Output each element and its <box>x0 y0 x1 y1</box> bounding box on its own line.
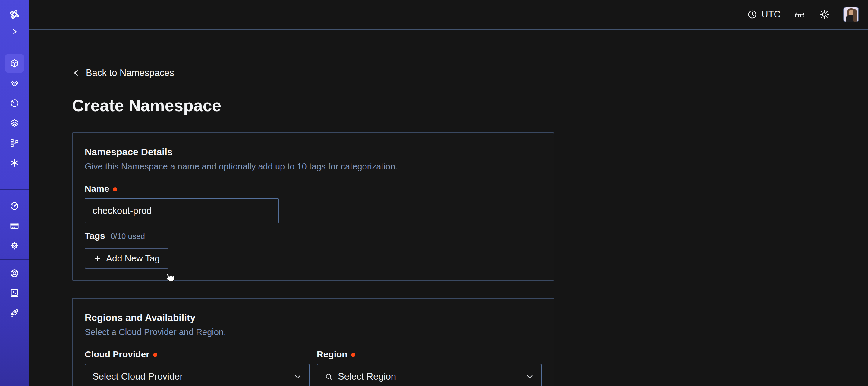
name-label: Name <box>85 184 110 194</box>
tags-label-row: Tags 0/10 used <box>85 231 541 241</box>
page-title: Create Namespace <box>72 96 868 115</box>
sun-icon <box>819 9 830 20</box>
regions-availability-card: Regions and Availability Select a Cloud … <box>72 298 554 386</box>
credit-card-icon <box>10 221 19 231</box>
sidebar-expand-button[interactable] <box>10 28 19 36</box>
sidebar-divider <box>0 189 29 190</box>
sidebar-item-nexus[interactable] <box>5 113 24 133</box>
lifebuoy-icon <box>10 268 19 278</box>
cloud-provider-select[interactable]: Select Cloud Provider <box>85 364 310 386</box>
cloud-provider-label: Cloud Provider <box>85 349 150 359</box>
sidebar-item-getting-started[interactable] <box>5 303 24 323</box>
sidebar-item-observability[interactable] <box>5 73 24 93</box>
add-new-tag-button[interactable]: Add New Tag <box>85 248 168 269</box>
theme-toggle-button[interactable] <box>818 9 830 20</box>
reader-glasses-icon <box>794 9 805 20</box>
reader-mode-button[interactable] <box>794 9 805 20</box>
card-title: Regions and Availability <box>85 312 541 323</box>
history-clock-icon <box>10 98 19 108</box>
user-avatar[interactable] <box>843 7 859 22</box>
cloud-provider-placeholder: Select Cloud Provider <box>93 371 289 382</box>
avatar-hair-front <box>853 9 857 22</box>
layers-icon <box>10 118 19 128</box>
sidebar-item-billing[interactable] <box>5 216 24 236</box>
cube-icon <box>10 59 19 68</box>
sidebar-nav-help <box>5 264 24 323</box>
card-description: Select a Cloud Provider and Region. <box>85 327 541 337</box>
region-label: Region <box>317 349 347 359</box>
book-sparkles-icon <box>10 288 19 298</box>
gear-icon <box>10 241 19 250</box>
provider-region-grid: Cloud Provider Select Cloud Provider Reg… <box>85 349 541 386</box>
region-select[interactable]: Select Region <box>317 364 541 386</box>
sidebar-item-deployments[interactable] <box>5 133 24 153</box>
search-icon <box>324 373 333 381</box>
eye-rings-icon <box>10 79 19 88</box>
back-link-label: Back to Namespaces <box>86 67 174 79</box>
sidebar-item-settings[interactable] <box>5 236 24 256</box>
temporal-logo[interactable] <box>8 8 21 21</box>
sidebar-item-integrations[interactable] <box>5 153 24 173</box>
sidebar-item-schedules[interactable] <box>5 93 24 113</box>
topbar: UTC <box>29 0 868 30</box>
region-field: Region Select Region <box>317 349 541 386</box>
region-placeholder: Select Region <box>338 371 521 382</box>
required-indicator-dot <box>153 353 157 357</box>
sidebar-divider <box>0 259 29 260</box>
gauge-icon <box>10 201 19 211</box>
required-indicator-dot <box>113 187 117 191</box>
tags-label: Tags <box>85 231 105 241</box>
sidebar <box>0 0 29 386</box>
card-description: Give this Namespace a name and optionall… <box>85 161 541 172</box>
rocket-icon <box>10 308 19 318</box>
card-title: Namespace Details <box>85 146 541 158</box>
chevron-down-icon <box>293 373 302 381</box>
workflow-graph-icon <box>10 138 19 148</box>
asterisk-icon <box>10 158 19 168</box>
clock-icon <box>747 9 757 20</box>
sidebar-item-support[interactable] <box>5 264 24 283</box>
region-label-row: Region <box>317 349 541 359</box>
chevron-left-icon <box>72 69 81 77</box>
plus-icon <box>93 255 101 262</box>
namespace-details-card: Namespace Details Give this Namespace a … <box>72 132 554 281</box>
namespace-name-input[interactable] <box>85 198 279 224</box>
chevron-right-icon <box>10 28 19 36</box>
required-indicator-dot <box>351 353 355 357</box>
sidebar-nav-account <box>5 196 24 256</box>
back-to-namespaces-link[interactable]: Back to Namespaces <box>72 67 174 79</box>
sidebar-item-namespaces[interactable] <box>5 54 24 73</box>
add-new-tag-label: Add New Tag <box>106 253 160 264</box>
cloud-provider-label-row: Cloud Provider <box>85 349 310 359</box>
cloud-provider-field: Cloud Provider Select Cloud Provider <box>85 349 310 386</box>
tags-usage-counter: 0/10 used <box>111 232 145 241</box>
sidebar-item-usage[interactable] <box>5 196 24 216</box>
temporal-logo-icon <box>8 8 21 21</box>
main-content: Back to Namespaces Create Namespace Name… <box>29 30 868 386</box>
chevron-down-icon <box>526 373 534 381</box>
name-label-row: Name <box>85 184 541 194</box>
timezone-label: UTC <box>761 9 781 20</box>
sidebar-nav-primary <box>5 54 24 173</box>
sidebar-item-docs[interactable] <box>5 284 24 303</box>
timezone-button[interactable]: UTC <box>747 9 781 20</box>
app-root: UTC <box>0 0 868 386</box>
